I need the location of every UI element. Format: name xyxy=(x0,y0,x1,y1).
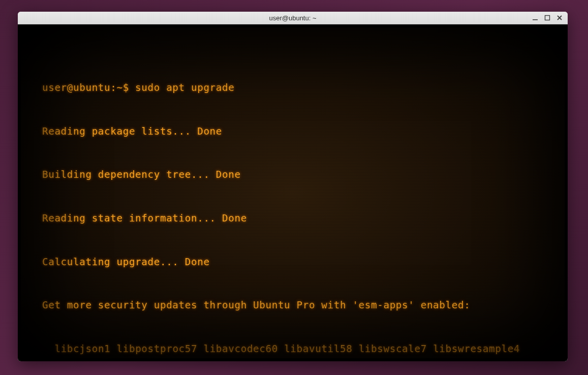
window-controls xyxy=(529,12,566,24)
terminal-line: Get more security updates through Ubuntu… xyxy=(42,298,543,313)
svg-rect-0 xyxy=(533,19,538,20)
maximize-button[interactable] xyxy=(541,12,553,24)
terminal-line: Building dependency tree... Done xyxy=(42,168,543,182)
terminal-line: Reading state information... Done xyxy=(42,211,543,226)
terminal-line: Calculating upgrade... Done xyxy=(42,255,543,270)
terminal-output: user@ubuntu:~$ sudo apt upgrade Reading … xyxy=(42,52,543,358)
terminal-body[interactable]: user@ubuntu:~$ sudo apt upgrade Reading … xyxy=(18,24,568,361)
window-titlebar[interactable]: user@ubuntu: ~ xyxy=(18,12,568,24)
minimize-icon xyxy=(532,14,539,21)
maximize-icon xyxy=(544,14,551,21)
crt-screen: user@ubuntu:~$ sudo apt upgrade Reading … xyxy=(21,27,565,358)
svg-rect-1 xyxy=(545,16,550,20)
minimize-button[interactable] xyxy=(529,12,541,24)
terminal-line: libcjson1 libpostproc57 libavcodec60 lib… xyxy=(42,342,543,357)
close-button[interactable] xyxy=(553,12,566,24)
close-icon xyxy=(556,14,563,21)
terminal-window: user@ubuntu: ~ user@ubuntu:~$ sudo apt u… xyxy=(18,12,568,361)
window-title: user@ubuntu: ~ xyxy=(269,14,316,22)
terminal-line: Reading package lists... Done xyxy=(42,124,543,139)
terminal-line: user@ubuntu:~$ sudo apt upgrade xyxy=(42,81,543,96)
